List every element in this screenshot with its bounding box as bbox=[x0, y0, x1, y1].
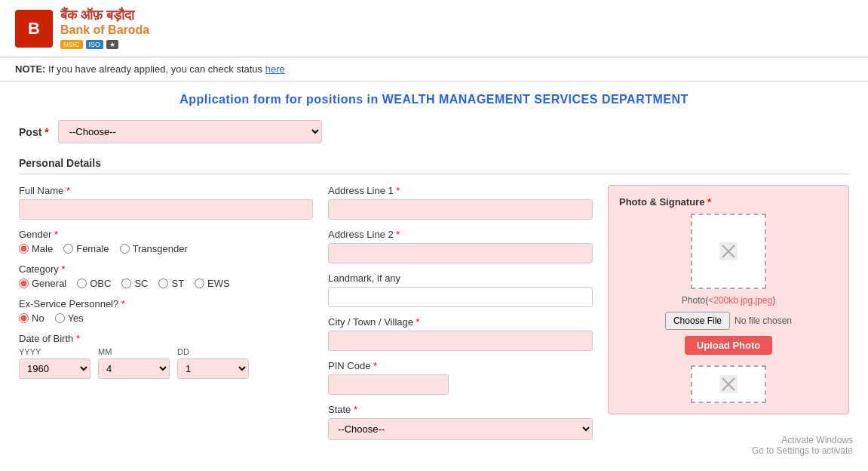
photo-signature-section: Photo & Signature * Photo(<200kb jpg,jpe… bbox=[608, 185, 849, 414]
gender-label: Gender * bbox=[19, 229, 313, 240]
gender-radio-group: Male Female Transgender bbox=[19, 243, 313, 254]
landmark-input[interactable] bbox=[328, 287, 593, 307]
category-label: Category * bbox=[19, 263, 313, 275]
pincode-input[interactable] bbox=[328, 374, 449, 395]
left-col: Full Name * Gender * Male Female bbox=[19, 185, 313, 440]
windows-watermark: Activate Windows Go to Settings to activ… bbox=[752, 435, 853, 451]
form-grid: Full Name * Gender * Male Female bbox=[19, 185, 849, 440]
dob-month-select[interactable]: 123 4 56789101112 bbox=[98, 359, 170, 379]
category-st-item[interactable]: ST bbox=[158, 278, 184, 289]
addr2-input[interactable] bbox=[328, 243, 593, 263]
landmark-label: Landmark, if any bbox=[328, 272, 593, 284]
dob-label: Date of Birth * bbox=[19, 333, 313, 344]
addr2-group: Address Line 2 * bbox=[328, 229, 593, 263]
full-name-group: Full Name * bbox=[19, 185, 313, 220]
gender-transgender-item[interactable]: Transgender bbox=[120, 243, 188, 254]
ex-service-yes-radio[interactable] bbox=[55, 313, 65, 323]
full-name-label: Full Name * bbox=[19, 185, 313, 196]
addr2-label: Address Line 2 * bbox=[328, 229, 593, 240]
city-group: City / Town / Village * bbox=[328, 316, 593, 351]
state-select[interactable]: --Choose-- Andhra Pradesh Maharashtra Gu… bbox=[328, 418, 593, 440]
badge-iso: ISO bbox=[86, 40, 104, 49]
bank-logo-icon: B bbox=[15, 10, 53, 48]
ex-service-yes-item[interactable]: Yes bbox=[55, 312, 84, 324]
photo-sig-label: Photo & Signature * bbox=[619, 196, 711, 208]
full-name-input[interactable] bbox=[19, 199, 313, 220]
no-file-text: No file chosen bbox=[735, 316, 792, 326]
addr1-input[interactable] bbox=[328, 199, 593, 220]
dob-month-part: MM 123 4 56789101112 bbox=[98, 347, 170, 379]
category-general-radio[interactable] bbox=[19, 279, 29, 288]
photo-note-link: <200kb jpg,jpeg bbox=[708, 295, 772, 306]
landmark-group: Landmark, if any bbox=[328, 272, 593, 307]
logo-hindi-text: बैंक ऑफ़ बड़ौदा bbox=[60, 8, 149, 23]
badge-star: ★ bbox=[106, 40, 118, 49]
dob-day-select[interactable]: 1 2345 bbox=[177, 359, 249, 379]
dob-mm-label: MM bbox=[98, 347, 170, 356]
post-label: Post * bbox=[19, 126, 49, 138]
category-group: Category * General OBC SC ST bbox=[19, 263, 313, 289]
post-required-mark: * bbox=[44, 126, 48, 138]
category-obc-item[interactable]: OBC bbox=[77, 278, 111, 289]
dob-year-part: YYYY 1960 1961197019801990 bbox=[19, 347, 90, 379]
photo-placeholder-icon bbox=[719, 242, 738, 260]
city-label: City / Town / Village * bbox=[328, 316, 593, 328]
note-link[interactable]: here bbox=[265, 63, 285, 75]
category-obc-radio[interactable] bbox=[77, 279, 87, 288]
gender-male-item[interactable]: Male bbox=[19, 243, 53, 254]
ex-service-radio-group: No Yes bbox=[19, 312, 313, 324]
addr1-label: Address Line 1 * bbox=[328, 185, 593, 196]
ex-service-no-item[interactable]: No bbox=[19, 312, 44, 324]
addr1-group: Address Line 1 * bbox=[328, 185, 593, 220]
dob-row: YYYY 1960 1961197019801990 MM 123 4 5678… bbox=[19, 347, 313, 379]
photo-preview-box bbox=[691, 214, 766, 289]
state-label: State * bbox=[328, 404, 593, 415]
file-row: Choose File No file chosen bbox=[665, 312, 792, 330]
photo-note: Photo(<200kb jpg,jpeg) bbox=[682, 295, 775, 306]
watermark-line2: Go to Settings to activate bbox=[752, 445, 853, 451]
dob-group: Date of Birth * YYYY 1960 19611970198019… bbox=[19, 333, 313, 379]
category-general-item[interactable]: General bbox=[19, 278, 66, 289]
city-input[interactable] bbox=[328, 331, 593, 351]
middle-col: Address Line 1 * Address Line 2 * Landma… bbox=[328, 185, 593, 440]
logo-badges: NSIC ISO ★ bbox=[60, 40, 149, 49]
category-st-radio[interactable] bbox=[158, 279, 168, 288]
dob-dd-label: DD bbox=[177, 347, 249, 356]
logo-text: बैंक ऑफ़ बड़ौदा Bank of Baroda NSIC ISO … bbox=[60, 8, 149, 49]
note-bar: NOTE: If you have already applied, you c… bbox=[0, 57, 868, 82]
main-content: Application form for positions in WEALTH… bbox=[0, 82, 868, 451]
form-title: Application form for positions in WEALTH… bbox=[19, 93, 849, 106]
badge-nsic: NSIC bbox=[60, 40, 83, 49]
ex-service-no-radio[interactable] bbox=[19, 313, 29, 323]
dob-day-part: DD 1 2345 bbox=[177, 347, 249, 379]
upload-photo-button[interactable]: Upload Photo bbox=[685, 336, 773, 355]
gender-male-radio[interactable] bbox=[19, 244, 29, 254]
category-sc-radio[interactable] bbox=[121, 279, 131, 288]
category-ews-item[interactable]: EWS bbox=[195, 278, 230, 289]
category-radio-group: General OBC SC ST EWS bbox=[19, 278, 313, 289]
gender-transgender-radio[interactable] bbox=[120, 244, 130, 254]
choose-file-button[interactable]: Choose File bbox=[665, 312, 730, 330]
post-select[interactable]: --Choose-- Wealth Manager Financial Advi… bbox=[58, 120, 322, 143]
pincode-label: PIN Code * bbox=[328, 360, 593, 371]
note-text: If you have already applied, you can che… bbox=[45, 63, 265, 75]
svg-text:B: B bbox=[28, 19, 40, 38]
post-row: Post * --Choose-- Wealth Manager Financi… bbox=[19, 120, 849, 143]
gender-female-item[interactable]: Female bbox=[63, 243, 109, 254]
pincode-group: PIN Code * bbox=[328, 360, 593, 395]
category-ews-radio[interactable] bbox=[195, 279, 204, 288]
category-sc-item[interactable]: SC bbox=[121, 278, 148, 289]
personal-details-title: Personal Details bbox=[19, 157, 849, 174]
dob-year-select[interactable]: 1960 1961197019801990 bbox=[19, 359, 90, 379]
note-prefix: NOTE: bbox=[15, 63, 45, 75]
right-col: Photo & Signature * Photo(<200kb jpg,jpe… bbox=[608, 185, 849, 440]
watermark-line1: Activate Windows bbox=[752, 435, 853, 445]
gender-group: Gender * Male Female Transgender bbox=[19, 229, 313, 254]
ex-service-label: Ex-Service Personnel? * bbox=[19, 298, 313, 309]
state-group: State * --Choose-- Andhra Pradesh Mahara… bbox=[328, 404, 593, 440]
logo-english-text: Bank of Baroda bbox=[60, 23, 149, 37]
header: B बैंक ऑफ़ बड़ौदा Bank of Baroda NSIC IS… bbox=[0, 0, 868, 57]
gender-female-radio[interactable] bbox=[63, 244, 73, 254]
ex-service-group: Ex-Service Personnel? * No Yes bbox=[19, 298, 313, 324]
logo-area: B बैंक ऑफ़ बड़ौदा Bank of Baroda NSIC IS… bbox=[15, 8, 853, 49]
